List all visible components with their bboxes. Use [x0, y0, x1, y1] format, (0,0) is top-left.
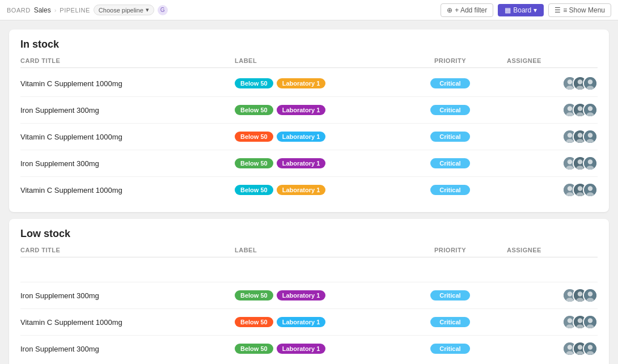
label-badge[interactable]: Below 50 — [235, 132, 273, 142]
topbar: BOARD Sales › PIPELINE Choose pipeline ▾… — [0, 0, 618, 20]
avatar — [583, 76, 598, 91]
label-badge[interactable]: Below 50 — [235, 105, 273, 115]
svg-point-24 — [568, 186, 572, 191]
label-badge[interactable]: Below 50 — [235, 185, 273, 195]
avatar — [583, 341, 598, 356]
label-badge[interactable]: Below 50 — [235, 317, 273, 327]
svg-point-23 — [586, 166, 594, 170]
table-row[interactable]: Vitamin C Supplement 1000mgBelow 50Labor… — [20, 124, 598, 150]
svg-point-47 — [586, 351, 594, 355]
table-row[interactable]: Iron Supplement 300mgBelow 50Laboratory … — [20, 336, 598, 362]
label-badge[interactable]: Laboratory 1 — [277, 344, 326, 354]
svg-point-19 — [566, 166, 574, 170]
table-header: CARD TITLELABELPRIORITYASSIGNEE — [20, 57, 598, 68]
svg-point-12 — [568, 133, 572, 137]
svg-point-46 — [588, 345, 592, 349]
table-row[interactable]: Iron Supplement 300mgBelow 50Laboratory … — [20, 97, 598, 124]
svg-point-40 — [588, 318, 592, 323]
priority-cell: Critical — [393, 158, 507, 168]
assignee-cell — [507, 341, 598, 356]
topbar-left: BOARD Sales › PIPELINE Choose pipeline ▾… — [7, 5, 436, 15]
table-row[interactable]: Vitamin C Supplement 1000mgBelow 50Labor… — [20, 70, 598, 97]
label-badge[interactable]: Below 50 — [235, 158, 273, 168]
svg-point-4 — [588, 79, 592, 84]
show-menu-button[interactable]: ☰ ≡ Show Menu — [548, 3, 611, 17]
board-button[interactable]: ▦ Board ▾ — [498, 4, 544, 16]
add-filter-button[interactable]: ⊕ + Add filter — [441, 3, 493, 17]
svg-point-15 — [576, 139, 584, 143]
priority-badge: Critical — [430, 132, 469, 142]
label-cell: Below 50Laboratory 1 — [235, 105, 393, 115]
svg-point-3 — [576, 86, 584, 90]
assignee-cell — [507, 183, 598, 197]
avatar — [583, 156, 598, 171]
card-title-cell: Iron Supplement 300mg — [20, 345, 235, 353]
col-header-assignee: ASSIGNEE — [507, 247, 598, 253]
label-badge[interactable]: Laboratory 1 — [277, 158, 326, 168]
svg-point-16 — [588, 133, 592, 137]
label-badge[interactable]: Laboratory 1 — [277, 105, 326, 115]
svg-point-35 — [586, 298, 594, 302]
svg-point-39 — [576, 324, 584, 328]
label-cell: Below 50Laboratory 1 — [235, 344, 393, 354]
svg-point-7 — [566, 112, 574, 116]
avatar — [583, 183, 598, 197]
col-header-assignee: ASSIGNEE — [507, 57, 598, 64]
svg-point-36 — [568, 318, 572, 323]
table-row[interactable]: Iron Supplement 300mgBelow 50Laboratory … — [20, 282, 598, 309]
svg-point-14 — [578, 133, 582, 137]
svg-point-25 — [566, 192, 574, 196]
svg-point-44 — [578, 345, 582, 349]
label-badge[interactable]: Below 50 — [235, 78, 273, 88]
table-row[interactable]: Iron Supplement 300mgBelow 50Laboratory … — [20, 150, 598, 177]
avatar — [583, 288, 598, 303]
svg-point-45 — [576, 351, 584, 355]
svg-point-9 — [576, 112, 584, 116]
board-label: BOARD — [7, 7, 31, 14]
svg-point-30 — [568, 291, 572, 296]
svg-point-43 — [566, 351, 574, 355]
assignee-cell — [507, 315, 598, 329]
svg-point-20 — [578, 159, 582, 164]
label-cell: Below 50Laboratory 1 — [235, 132, 393, 142]
svg-point-6 — [568, 106, 572, 111]
col-header-priority: PRIORITY — [393, 247, 507, 253]
main-content: In stockCARD TITLELABELPRIORITYASSIGNEEV… — [0, 20, 618, 364]
table-row[interactable]: Vitamin C Supplement 1000mgBelow 50Labor… — [20, 309, 598, 336]
svg-point-8 — [578, 106, 582, 111]
choose-pipeline-text: Choose pipeline — [99, 7, 143, 14]
label-cell: Below 50Laboratory 1 — [235, 185, 393, 195]
sales-value: Sales — [34, 6, 51, 14]
svg-point-28 — [588, 186, 592, 191]
priority-cell: Critical — [393, 105, 507, 115]
label-badge[interactable]: Laboratory 1 — [277, 317, 326, 327]
card-title-cell: Vitamin C Supplement 1000mg — [20, 318, 235, 327]
table-header: CARD TITLELABELPRIORITYASSIGNEE — [20, 247, 598, 257]
label-badge[interactable]: Below 50 — [235, 344, 273, 354]
pipeline-label: PIPELINE — [60, 7, 90, 14]
label-cell: Below 50Laboratory 1 — [235, 158, 393, 168]
priority-cell: Critical — [393, 290, 507, 300]
avatar-group — [562, 315, 598, 329]
label-badge[interactable]: Laboratory 1 — [277, 78, 326, 88]
avatar-group — [562, 103, 598, 117]
pipeline-icon: G — [158, 5, 168, 15]
table-row[interactable] — [20, 260, 598, 282]
avatar-group — [562, 341, 598, 356]
table-row[interactable]: Vitamin C Supplement 1000mgBelow 50Labor… — [20, 177, 598, 203]
choose-pipeline-pill[interactable]: Choose pipeline ▾ — [94, 5, 154, 15]
avatar — [583, 103, 598, 117]
svg-point-38 — [578, 318, 582, 323]
svg-point-10 — [588, 106, 592, 111]
label-badge[interactable]: Laboratory 1 — [277, 185, 326, 195]
priority-badge: Critical — [430, 317, 469, 327]
label-badge[interactable]: Laboratory 1 — [277, 132, 326, 142]
label-cell: Below 50Laboratory 1 — [235, 317, 393, 327]
label-badge[interactable]: Laboratory 1 — [277, 290, 326, 300]
svg-point-26 — [578, 186, 582, 191]
label-badge[interactable]: Below 50 — [235, 290, 273, 300]
topbar-right: ⊕ + Add filter ▦ Board ▾ ☰ ≡ Show Menu — [441, 3, 611, 17]
priority-cell: Critical — [393, 185, 507, 195]
svg-point-17 — [586, 139, 594, 143]
card-title-cell: Iron Supplement 300mg — [20, 106, 235, 115]
